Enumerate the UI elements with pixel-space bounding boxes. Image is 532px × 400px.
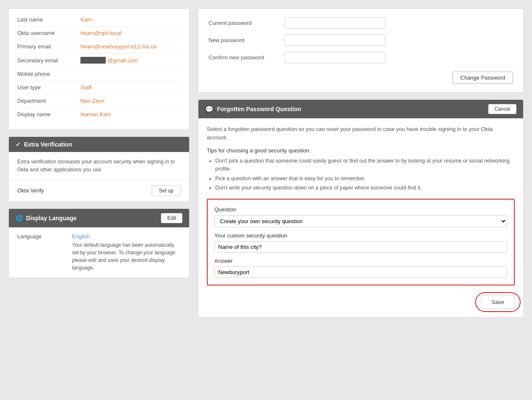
change-password-button[interactable]: Change Password [452, 72, 513, 84]
forgotten-password-header: 💬 Forgotten Password Question Cancel [198, 100, 523, 118]
check-icon: ✓ [16, 141, 21, 148]
custom-question-input[interactable] [214, 241, 507, 253]
language-key: Language [17, 233, 59, 240]
tip-item: Don't write your security question down … [215, 184, 515, 192]
profile-row: Last nameKarn [17, 13, 181, 27]
profile-label: Mobile phone [17, 71, 80, 77]
answer-label: Answer [214, 258, 507, 264]
profile-row: Okta usernamehkarn@nps.local [17, 27, 181, 40]
new-password-input[interactable] [284, 35, 385, 46]
edit-language-button[interactable]: Edit [161, 213, 182, 223]
profile-value: Karn [80, 16, 92, 23]
profile-value: @gmail.com [80, 57, 138, 64]
profile-value: Haman Karn [80, 111, 111, 117]
profile-label: Okta username [17, 30, 80, 36]
profile-card: Last nameKarnOkta usernamehkarn@nps.loca… [8, 8, 190, 130]
language-description: Your default language has been automatic… [72, 242, 175, 271]
language-row: Language English Your default language h… [17, 233, 181, 272]
extra-verification-title: Extra Verification [24, 141, 72, 148]
forgotten-password-body: Select a forgotten password question so … [198, 118, 523, 317]
profile-label: Primary email [17, 43, 80, 50]
password-section: Current password New password Confirm ne… [198, 8, 524, 93]
display-language-header: 🌐 Display Language Edit [9, 209, 189, 227]
set-up-button[interactable]: Set up [152, 185, 181, 196]
confirm-password-input[interactable] [284, 52, 385, 63]
okta-verify-row: Okta Verify Set up [9, 180, 189, 201]
profile-row: Secondary email@gmail.com [17, 53, 181, 67]
tip-item: Don't pick a question that someone could… [215, 157, 515, 173]
globe-icon: 🌐 [16, 215, 23, 221]
cancel-button[interactable]: Cancel [488, 104, 516, 114]
profile-label: Display name [17, 111, 80, 117]
profile-label: Secondary email [17, 57, 80, 64]
profile-label: User type [17, 84, 80, 91]
bubble-icon: 💬 [205, 105, 214, 113]
profile-value: hkarn@newburyport.k12.ma.us [80, 43, 157, 50]
profile-value: Neo Zeon [80, 98, 104, 104]
right-panel: Current password New password Confirm ne… [198, 8, 524, 317]
current-password-input[interactable] [284, 17, 385, 29]
profile-value: hkarn@nps.local [80, 30, 121, 36]
extra-verification-header: ✓ Extra Verification [9, 137, 189, 152]
extra-verification-card: ✓ Extra Verification Extra verification … [8, 136, 190, 202]
tip-item: Pick a question with an answer that is e… [215, 175, 515, 183]
tips-list: Don't pick a question that someone could… [215, 157, 515, 192]
profile-row: User typeStaff [17, 81, 181, 94]
save-area: Save [207, 291, 515, 310]
extra-verification-desc: Extra verification increases your accoun… [17, 158, 181, 174]
display-language-card: 🌐 Display Language Edit Language English… [8, 208, 190, 278]
extra-verification-body: Extra verification increases your accoun… [9, 152, 189, 180]
left-panel: Last nameKarnOkta usernamehkarn@nps.loca… [8, 8, 190, 317]
language-value: English [72, 233, 181, 240]
question-select[interactable]: Create your own security questionWhat is… [214, 215, 507, 227]
custom-question-label: Your custom security question [214, 232, 507, 239]
save-button-wrapper: Save [481, 296, 515, 309]
new-password-row: New password [209, 35, 513, 46]
display-language-title: Display Language [26, 215, 77, 221]
profile-row: DepartmentNeo Zeon [17, 94, 181, 108]
current-password-label: Current password [209, 20, 284, 26]
profile-row: Display nameHaman Karn [17, 108, 181, 121]
current-password-row: Current password [209, 17, 513, 29]
redacted-block [80, 57, 106, 64]
tips-title: Tips for choosing a good security questi… [207, 147, 515, 154]
forgotten-password-title: Forgotten Password Question [217, 106, 301, 112]
answer-input[interactable] [214, 267, 507, 278]
question-label: Question [214, 206, 507, 213]
okta-verify-label: Okta Verify [17, 187, 44, 194]
confirm-password-row: Confirm new password [209, 52, 513, 63]
profile-label: Department [17, 98, 80, 104]
profile-row: Mobile phone [17, 67, 181, 81]
save-button[interactable]: Save [481, 296, 515, 309]
new-password-label: New password [209, 37, 284, 43]
password-actions: Change Password [209, 69, 513, 84]
confirm-password-label: Confirm new password [209, 54, 284, 61]
forgotten-password-desc: Select a forgotten password question so … [207, 125, 515, 141]
language-body: Language English Your default language h… [9, 227, 189, 277]
profile-value: Staff [80, 84, 92, 91]
profile-label: Last name [17, 16, 80, 23]
question-box: Question Create your own security questi… [207, 199, 515, 285]
forgotten-password-card: 💬 Forgotten Password Question Cancel Sel… [198, 99, 524, 317]
profile-row: Primary emailhkarn@newburyport.k12.ma.us [17, 40, 181, 53]
